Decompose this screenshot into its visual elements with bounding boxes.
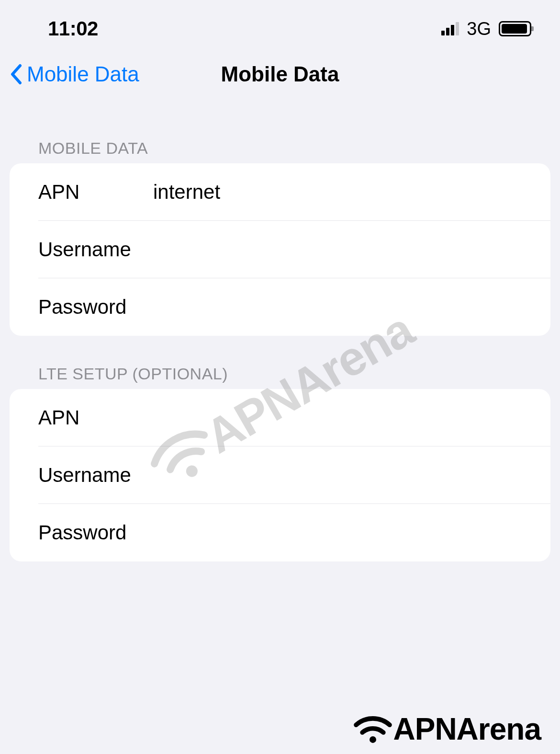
status-icons: 3G — [441, 19, 531, 39]
section-group: APN Username Password — [10, 163, 550, 336]
footer-text: APNArena — [393, 711, 541, 747]
row-lte-username[interactable]: Username — [10, 446, 550, 504]
username-input[interactable] — [153, 238, 531, 261]
lte-apn-input[interactable] — [153, 406, 531, 429]
status-bar: 11:02 3G — [0, 0, 560, 48]
section-header: MOBILE DATA — [10, 139, 550, 163]
row-lte-apn[interactable]: APN — [10, 389, 550, 446]
lte-password-input[interactable] — [153, 521, 531, 544]
page-title: Mobile Data — [221, 62, 339, 86]
row-label: Password — [38, 296, 153, 319]
section-header: LTE SETUP (OPTIONAL) — [10, 365, 550, 389]
footer-logo: APNArena — [351, 711, 541, 747]
back-button[interactable]: Mobile Data — [10, 62, 139, 86]
signal-icon — [441, 22, 459, 35]
section-mobile-data: MOBILE DATA APN Username Password — [0, 139, 560, 336]
apn-input[interactable] — [153, 181, 531, 204]
chevron-left-icon — [10, 64, 23, 85]
row-label: Password — [38, 521, 153, 544]
row-label: Username — [38, 238, 153, 261]
back-label: Mobile Data — [27, 62, 139, 86]
password-input[interactable] — [153, 296, 531, 319]
section-group: APN Username Password — [10, 389, 550, 561]
nav-bar: Mobile Data Mobile Data — [0, 48, 560, 110]
row-label: Username — [38, 464, 153, 487]
section-lte-setup: LTE SETUP (OPTIONAL) APN Username Passwo… — [0, 365, 560, 561]
svg-point-1 — [370, 736, 376, 743]
wifi-icon — [351, 712, 395, 746]
row-apn[interactable]: APN — [10, 163, 550, 221]
row-label: APN — [38, 181, 153, 204]
row-label: APN — [38, 406, 153, 429]
row-lte-password[interactable]: Password — [10, 504, 550, 561]
lte-username-input[interactable] — [153, 464, 531, 487]
row-password[interactable]: Password — [10, 278, 550, 336]
battery-icon — [499, 21, 531, 36]
row-username[interactable]: Username — [10, 221, 550, 278]
status-time: 11:02 — [48, 17, 98, 40]
network-type-label: 3G — [467, 19, 491, 39]
